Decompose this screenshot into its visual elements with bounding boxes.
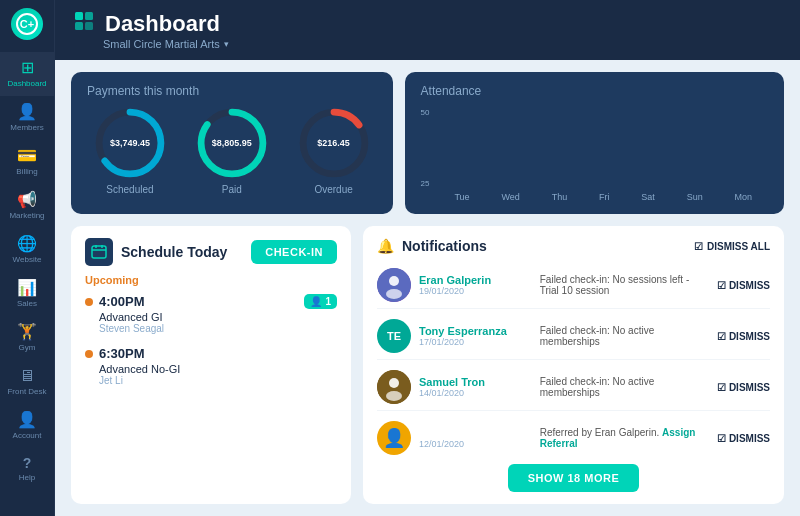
notif-row-2: Samuel Tron 14/01/2020 Failed check-in: …: [377, 364, 770, 411]
billing-icon: 💳: [17, 148, 37, 164]
schedule-entry-2: 6:30PM Advanced No-GI Jet Li: [85, 346, 337, 386]
svg-text:C+: C+: [20, 18, 34, 30]
bottom-row: Schedule Today CHECK-IN Upcoming 4:00PM …: [71, 226, 784, 504]
attendee-badge-1[interactable]: 👤 1: [304, 294, 337, 309]
sidebar-item-members[interactable]: 👤 Members: [0, 96, 54, 140]
sidebar-item-gym[interactable]: 🏋 Gym: [0, 316, 54, 360]
schedule-card: Schedule Today CHECK-IN Upcoming 4:00PM …: [71, 226, 351, 504]
dismiss-label-2: DISMISS: [729, 382, 770, 393]
notif-info-0: Eran Galperin 19/01/2020: [419, 274, 532, 296]
sidebar-item-dashboard[interactable]: ⊞ Dashboard: [0, 52, 54, 96]
sidebar-label-website: Website: [13, 255, 42, 264]
notif-header: 🔔 Notifications ☑ DISMISS ALL: [377, 238, 770, 254]
donut-value-overdue: $216.45: [317, 138, 350, 148]
schedule-title-text: Schedule Today: [121, 244, 227, 260]
upcoming-label: Upcoming: [85, 274, 337, 286]
org-subtitle[interactable]: Small Circle Martial Arts ▾: [103, 38, 782, 50]
dismiss-all-check-icon: ☑: [694, 241, 703, 252]
sidebar-label-help: Help: [19, 473, 35, 482]
entry-time-text-1: 4:00PM: [85, 294, 164, 309]
donut-row: $3,749.45 Scheduled $8,805.95: [87, 108, 377, 195]
dismiss-button-1[interactable]: ☑ DISMISS: [717, 331, 770, 342]
svg-rect-12: [92, 246, 106, 258]
time-dot-1: [85, 298, 93, 306]
show-more-button[interactable]: SHOW 18 MORE: [508, 464, 640, 492]
sidebar-item-help[interactable]: ? Help: [0, 448, 54, 490]
sidebar-label-billing: Billing: [16, 167, 37, 176]
svg-rect-4: [75, 22, 83, 30]
dismiss-button-0[interactable]: ☑ DISMISS: [717, 280, 770, 291]
svg-point-21: [386, 391, 402, 401]
sidebar-item-frontdesk[interactable]: 🖥 Front Desk: [0, 360, 54, 404]
chevron-down-icon: ▾: [224, 39, 229, 49]
donut-label-overdue: Overdue: [314, 184, 352, 195]
attendance-section: Attendance 50 25: [405, 72, 784, 214]
donut-value-paid: $8,805.95: [212, 138, 252, 148]
dismiss-all-button[interactable]: ☑ DISMISS ALL: [694, 241, 770, 252]
sidebar-label-dashboard: Dashboard: [7, 79, 46, 88]
notif-row-1: TE Tony Esperranza 17/01/2020 Failed che…: [377, 313, 770, 360]
notif-name-2[interactable]: Samuel Tron: [419, 376, 532, 388]
donut-canvas-overdue: $216.45: [299, 108, 369, 178]
notif-row-3: 👤 12/01/2020 Referred by Eran Galperin. …: [377, 415, 770, 456]
chart-area: [439, 108, 768, 188]
svg-rect-3: [85, 12, 93, 20]
notif-message-text-3: Referred by Eran Galperin.: [540, 427, 660, 438]
time-value-1: 4:00PM: [99, 294, 145, 309]
entry-trainer-1: Steven Seagal: [99, 323, 164, 334]
notif-date-3: 12/01/2020: [419, 439, 532, 449]
dashboard-title-text: Dashboard: [105, 11, 220, 37]
main-content: Dashboard Small Circle Martial Arts ▾ Pa…: [55, 0, 800, 516]
dismiss-button-3[interactable]: ☑ DISMISS: [717, 433, 770, 444]
sidebar-item-sales[interactable]: 📊 Sales: [0, 272, 54, 316]
sidebar-label-sales: Sales: [17, 299, 37, 308]
sidebar-item-website[interactable]: 🌐 Website: [0, 228, 54, 272]
dismiss-check-icon-0: ☑: [717, 280, 726, 291]
sidebar-item-marketing[interactable]: 📢 Marketing: [0, 184, 54, 228]
notif-info-3: 12/01/2020: [419, 427, 532, 449]
notif-message-3: Referred by Eran Galperin. Assign Referr…: [540, 427, 709, 449]
notif-name-1[interactable]: Tony Esperranza: [419, 325, 532, 337]
notif-avatar-2: [377, 370, 411, 404]
website-icon: 🌐: [17, 236, 37, 252]
donut-canvas-paid: $8,805.95: [197, 108, 267, 178]
dismiss-check-icon-3: ☑: [717, 433, 726, 444]
notif-avatar-0: [377, 268, 411, 302]
gym-icon: 🏋: [17, 324, 37, 340]
attendee-icon-1: 👤: [310, 296, 322, 307]
chart-label-mon: Mon: [735, 192, 753, 202]
donut-value-scheduled: $3,749.45: [110, 138, 150, 148]
chart-label-sat: Sat: [641, 192, 655, 202]
entry-time-1: 4:00PM Advanced GI Steven Seagal: [85, 294, 164, 334]
notif-message-1: Failed check-in: No active memberships: [540, 325, 709, 347]
y-label-25: 25: [421, 179, 430, 188]
donut-overdue: $216.45 Overdue: [299, 108, 369, 195]
notif-message-2: Failed check-in: No active memberships: [540, 376, 709, 398]
schedule-title-row: Schedule Today: [85, 238, 227, 266]
header: Dashboard Small Circle Martial Arts ▾: [55, 0, 800, 60]
svg-rect-2: [75, 12, 83, 20]
members-icon: 👤: [17, 104, 37, 120]
checkin-button[interactable]: CHECK-IN: [251, 240, 337, 264]
attendance-title: Attendance: [421, 84, 768, 98]
org-name: Small Circle Martial Arts: [103, 38, 220, 50]
notif-info-2: Samuel Tron 14/01/2020: [419, 376, 532, 398]
svg-rect-5: [85, 22, 93, 30]
donut-paid: $8,805.95 Paid: [197, 108, 267, 195]
notif-name-0[interactable]: Eran Galperin: [419, 274, 532, 286]
sidebar-item-account[interactable]: 👤 Account: [0, 404, 54, 448]
donut-label-paid: Paid: [222, 184, 242, 195]
sidebar-item-billing[interactable]: 💳 Billing: [0, 140, 54, 184]
chart-label-sun: Sun: [687, 192, 703, 202]
bell-icon: 🔔: [377, 238, 394, 254]
y-label-50: 50: [421, 108, 430, 117]
donut-scheduled: $3,749.45 Scheduled: [95, 108, 165, 195]
time-value-2: 6:30PM: [99, 346, 145, 361]
dismiss-button-2[interactable]: ☑ DISMISS: [717, 382, 770, 393]
dashboard-header-icon: [73, 10, 95, 38]
sidebar-logo[interactable]: C+: [11, 8, 43, 40]
sidebar-label-gym: Gym: [19, 343, 36, 352]
page-title: Dashboard: [73, 10, 782, 38]
sidebar-label-account: Account: [13, 431, 42, 440]
dashboard-icon: ⊞: [21, 60, 34, 76]
